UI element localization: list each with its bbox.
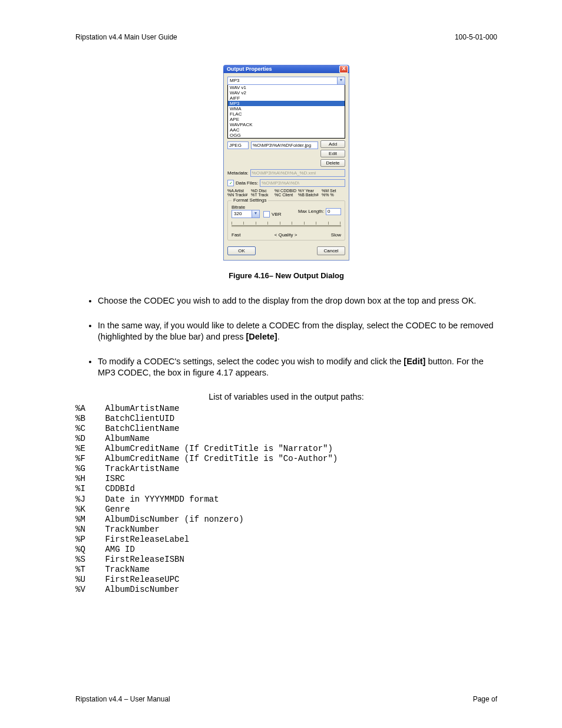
add-button[interactable]: Add: [320, 140, 345, 148]
codec-option[interactable]: WAV v1: [228, 85, 345, 90]
ok-button[interactable]: OK: [227, 246, 256, 255]
output-properties-dialog: Output Properties X MP3 ▼ WAV v1 WAV v2 …: [223, 65, 349, 261]
figure-caption: Figure 4.16– New Output Dialog: [75, 271, 497, 280]
bitrate-label: Bitrate: [232, 205, 260, 210]
vbr-checkbox[interactable]: [263, 211, 270, 218]
codec-option[interactable]: WAVPACK: [228, 122, 345, 127]
slider-slow-label: Slow: [331, 232, 341, 238]
header-left: Ripstation v4.4 Main User Guide: [75, 33, 177, 41]
codec-option[interactable]: FLAC: [228, 111, 345, 117]
maxlength-label: Max Length:: [298, 209, 324, 214]
chevron-down-icon[interactable]: ▼: [252, 210, 259, 218]
format-settings-group: Format Settings Bitrate 320 ▼ VBR: [227, 200, 345, 241]
list-item: Choose the CODEC you wish to add to the …: [98, 295, 497, 307]
instruction-list: Choose the CODEC you wish to add to the …: [84, 295, 497, 379]
metadata-input: %O\MP3\%A\%D\%A_%D.xml: [250, 169, 345, 177]
codec-option-selected[interactable]: MP3: [228, 101, 345, 106]
codec-option[interactable]: WAV v2: [228, 90, 345, 95]
maxlength-input[interactable]: [326, 208, 341, 215]
delete-button[interactable]: Delete: [320, 159, 345, 167]
jpeg-path: %O\MP3\%A\%D\Folder.jpg: [251, 141, 318, 149]
bitrate-dropdown[interactable]: 320 ▼: [232, 210, 260, 218]
quality-slider[interactable]: [232, 222, 341, 232]
chevron-down-icon[interactable]: ▼: [337, 77, 345, 84]
metadata-label: Metadata:: [227, 170, 249, 176]
variables-heading: List of variables used in the output pat…: [75, 392, 497, 401]
footer-right: Page of: [473, 695, 497, 703]
jpeg-label: JPEG: [227, 141, 249, 149]
vbr-label: VBR: [272, 212, 281, 217]
footer-left: Ripstation v4.4 – User Manual: [75, 695, 170, 703]
page-header: Ripstation v4.4 Main User Guide 100-5-01…: [75, 33, 497, 41]
edit-button[interactable]: Edit: [320, 150, 345, 157]
codec-dropdown-list[interactable]: WAV v1 WAV v2 AIFF MP3 WMA FLAC APE WAVP…: [227, 85, 345, 139]
list-item: In the same way, if you would like to de…: [98, 320, 497, 343]
datafiles-checkbox[interactable]: ✓: [227, 180, 234, 186]
codec-option[interactable]: AIFF: [228, 95, 345, 101]
cancel-button[interactable]: Cancel: [317, 246, 345, 255]
page-footer: Ripstation v4.4 – User Manual Page of: [75, 695, 497, 703]
datafiles-input: %O\MP3\%A\%D\: [260, 179, 345, 187]
list-item: To modify a CODEC's settings, select the…: [98, 356, 497, 379]
codec-option[interactable]: AAC: [228, 127, 345, 133]
format-settings-label: Format Settings: [232, 197, 268, 203]
dialog-titlebar: Output Properties X: [223, 65, 349, 73]
header-right: 100-5-01-000: [455, 33, 497, 41]
datafiles-label: Data Files:: [236, 180, 258, 186]
close-icon[interactable]: X: [339, 65, 348, 73]
codec-option[interactable]: APE: [228, 117, 345, 122]
variables-list: %A AlbumArtistName %B BatchClientUID %C …: [75, 404, 497, 595]
slider-fast-label: Fast: [232, 232, 241, 238]
codec-selected: MP3: [228, 77, 345, 84]
dialog-title: Output Properties: [227, 66, 339, 72]
codec-option[interactable]: OGG: [228, 133, 345, 138]
codec-option[interactable]: WMA: [228, 106, 345, 111]
token-legend: %A Artist %D Disc %I CDDBID %Y Year %M S…: [227, 189, 345, 197]
slider-quality-label: < Quality >: [275, 232, 297, 238]
codec-dropdown[interactable]: MP3 ▼: [227, 77, 345, 85]
